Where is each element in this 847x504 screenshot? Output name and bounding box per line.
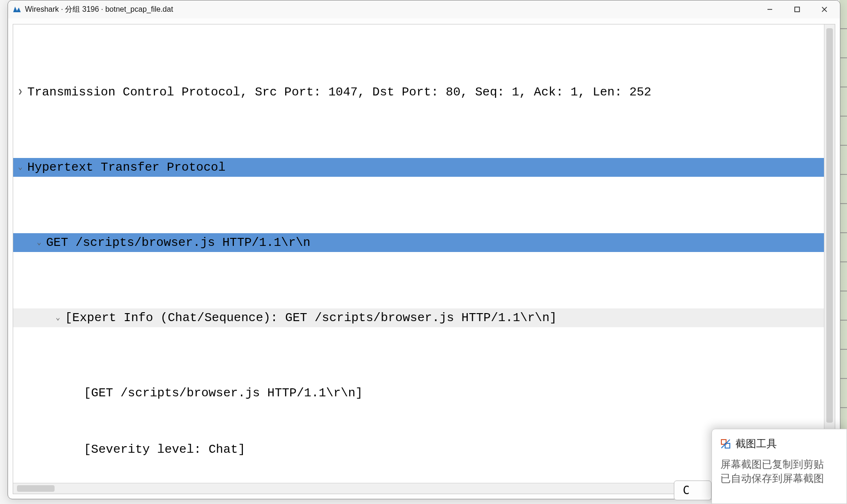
titlebar[interactable]: Wireshark · 分组 3196 · botnet_pcap_file.d…: [8, 0, 840, 18]
tree-label: [Severity level: Chat]: [84, 440, 245, 459]
maximize-button[interactable]: [783, 0, 811, 18]
vertical-scrollbar[interactable]: [824, 24, 835, 483]
partial-button-label: C: [683, 484, 689, 497]
caret-expanded-icon[interactable]: ⌄: [13, 158, 27, 177]
tree-label: Transmission Control Protocol, Src Port:…: [27, 83, 651, 102]
tree-label: GET /scripts/browser.js HTTP/1.1\r\n: [46, 233, 311, 252]
partial-button[interactable]: C: [674, 480, 711, 500]
tree-row-tcp[interactable]: ❯Transmission Control Protocol, Src Port…: [13, 83, 835, 102]
toast-message-line: 已自动保存到屏幕截图: [720, 472, 838, 486]
caret-expanded-icon[interactable]: ⌄: [32, 233, 46, 252]
toast-message-line: 屏幕截图已复制到剪贴: [720, 457, 838, 472]
tree-label: Hypertext Transfer Protocol: [27, 158, 225, 177]
close-button[interactable]: [811, 0, 838, 18]
caret-collapsed-icon[interactable]: ❯: [13, 83, 27, 102]
toast-title: 截图工具: [735, 437, 777, 451]
toast-header: 截图工具: [720, 437, 838, 451]
tree-label: [GET /scripts/browser.js HTTP/1.1\r\n]: [84, 384, 363, 402]
window-controls: [756, 0, 838, 18]
tree-label: [Expert Info (Chat/Sequence): GET /scrip…: [65, 308, 557, 327]
packet-details-pane[interactable]: ❯Transmission Control Protocol, Src Port…: [13, 24, 835, 494]
tree-row[interactable]: [GET /scripts/browser.js HTTP/1.1\r\n]: [13, 384, 835, 402]
tree-row-http[interactable]: ⌄Hypertext Transfer Protocol: [13, 158, 835, 177]
caret-expanded-icon[interactable]: ⌄: [51, 308, 65, 327]
snipping-tool-icon: [720, 439, 731, 449]
scrollbar-thumb[interactable]: [17, 485, 55, 492]
tree-row-expert[interactable]: ⌄[Expert Info (Chat/Sequence): GET /scri…: [13, 308, 835, 327]
wireshark-icon: [13, 5, 21, 14]
tree-row-get[interactable]: ⌄GET /scripts/browser.js HTTP/1.1\r\n: [13, 233, 835, 252]
protocol-tree: ❯Transmission Control Protocol, Src Port…: [13, 24, 835, 494]
scrollbar-thumb[interactable]: [826, 28, 833, 423]
wireshark-packet-window: Wireshark · 分组 3196 · botnet_pcap_file.d…: [8, 0, 840, 499]
snipping-tool-toast[interactable]: 截图工具 屏幕截图已复制到剪贴 已自动保存到屏幕截图: [711, 429, 847, 504]
minimize-button[interactable]: [756, 0, 783, 18]
svg-rect-1: [795, 7, 799, 12]
window-title: Wireshark · 分组 3196 · botnet_pcap_file.d…: [25, 5, 173, 15]
